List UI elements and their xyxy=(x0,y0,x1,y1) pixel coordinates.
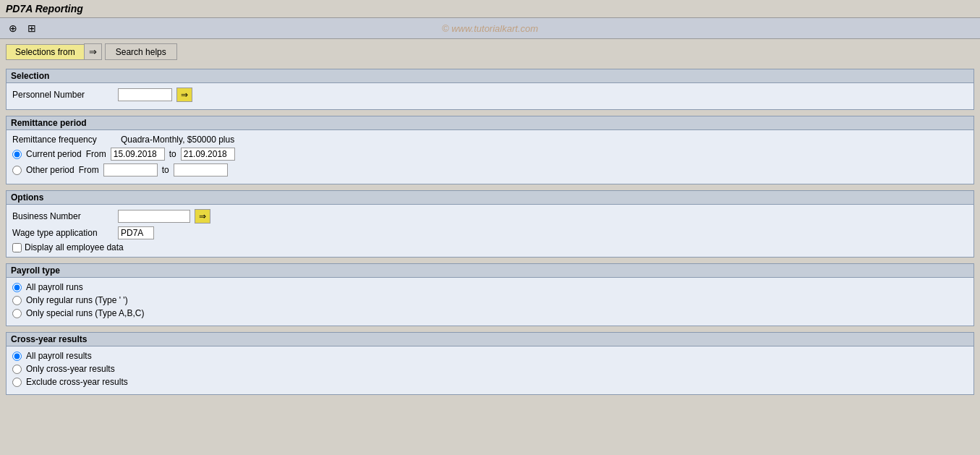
cross-year-exclude-row: Exclude cross-year results xyxy=(12,377,968,387)
business-number-input[interactable] xyxy=(118,210,190,223)
payroll-all-row: All payroll runs xyxy=(12,282,968,292)
display-all-checkbox[interactable] xyxy=(12,243,22,252)
toolbar: ⊕ ⊞ © www.tutorialkart.com xyxy=(0,18,980,39)
business-number-label: Business Number xyxy=(12,211,114,221)
options-header: Options xyxy=(7,191,973,205)
payroll-special-label: Only special runs (Type A,B,C) xyxy=(26,308,144,318)
other-period-row: Other period From to xyxy=(12,163,968,177)
current-period-row: Current period From to xyxy=(12,148,968,161)
other-period-radio[interactable] xyxy=(12,166,22,175)
payroll-all-label: All payroll runs xyxy=(26,282,83,292)
cross-year-only-row: Only cross-year results xyxy=(12,364,968,374)
cross-year-body: All payroll results Only cross-year resu… xyxy=(7,346,973,394)
app-title: PD7A Reporting xyxy=(6,3,83,14)
remittance-period-header: Remittance period xyxy=(7,116,973,130)
selection-header: Selection xyxy=(7,69,973,83)
forward-icon[interactable]: ⊞ xyxy=(25,21,39,35)
cross-year-only-radio[interactable] xyxy=(12,365,22,374)
current-period-from-label: From xyxy=(86,149,106,159)
current-period-label: Current period xyxy=(26,149,82,159)
selection-section: Selection Personnel Number ⇒ xyxy=(6,69,974,110)
payroll-regular-label: Only regular runs (Type ' ') xyxy=(26,295,128,305)
cross-year-all-radio[interactable] xyxy=(12,352,22,361)
cross-year-header: Cross-year results xyxy=(7,333,973,346)
current-period-to-input[interactable] xyxy=(181,148,235,161)
cross-year-exclude-label: Exclude cross-year results xyxy=(26,377,128,387)
payroll-type-section: Payroll type All payroll runs Only regul… xyxy=(6,263,974,326)
other-period-from-input[interactable] xyxy=(103,163,158,177)
payroll-special-row: Only special runs (Type A,B,C) xyxy=(12,308,968,318)
wage-type-input[interactable] xyxy=(118,226,154,239)
cross-year-only-label: Only cross-year results xyxy=(26,364,115,374)
business-number-row: Business Number ⇒ xyxy=(12,209,968,224)
remittance-frequency-value: Quadra-Monthly, $50000 plus xyxy=(121,135,234,145)
title-bar: PD7A Reporting xyxy=(0,0,980,18)
display-all-row: Display all employee data xyxy=(12,242,968,252)
cross-year-all-label: All payroll results xyxy=(26,351,92,361)
back-icon[interactable]: ⊕ xyxy=(6,21,20,35)
wage-type-label: Wage type application xyxy=(12,228,114,238)
payroll-regular-row: Only regular runs (Type ' ') xyxy=(12,295,968,305)
remittance-frequency-row: Remittance frequency Quadra-Monthly, $50… xyxy=(12,135,968,145)
payroll-regular-radio[interactable] xyxy=(12,296,22,305)
remittance-period-section: Remittance period Remittance frequency Q… xyxy=(6,116,974,184)
cross-year-exclude-radio[interactable] xyxy=(12,378,22,387)
main-content: Selection Personnel Number ⇒ Remittance … xyxy=(0,64,980,405)
arrow-icon: ⇒ xyxy=(89,46,97,57)
options-section: Options Business Number ⇒ Wage type appl… xyxy=(6,190,974,258)
search-helps-tab[interactable]: Search helps xyxy=(105,43,177,60)
selections-from-label[interactable]: Selections from xyxy=(6,44,84,60)
payroll-type-header: Payroll type xyxy=(7,264,973,278)
remittance-frequency-label: Remittance frequency xyxy=(12,135,114,145)
cross-year-section: Cross-year results All payroll results O… xyxy=(6,332,974,395)
payroll-special-radio[interactable] xyxy=(12,309,22,318)
business-search-arrow-icon: ⇒ xyxy=(199,211,206,221)
other-period-to-label: to xyxy=(162,165,169,175)
options-body: Business Number ⇒ Wage type application … xyxy=(7,205,973,257)
personnel-number-search-btn[interactable]: ⇒ xyxy=(176,88,192,102)
current-period-to-label: to xyxy=(169,149,176,159)
payroll-all-radio[interactable] xyxy=(12,283,22,292)
selection-body: Personnel Number ⇒ xyxy=(7,83,973,109)
payroll-type-body: All payroll runs Only regular runs (Type… xyxy=(7,278,973,326)
other-period-label: Other period xyxy=(26,165,74,175)
other-period-to-input[interactable] xyxy=(174,163,228,177)
current-period-radio[interactable] xyxy=(12,150,22,159)
wage-type-row: Wage type application xyxy=(12,226,968,239)
tab-arrow-btn[interactable]: ⇒ xyxy=(84,43,102,60)
personnel-number-label: Personnel Number xyxy=(12,90,114,100)
tab-bar: Selections from ⇒ Search helps xyxy=(0,39,980,64)
other-period-from-label: From xyxy=(79,165,99,175)
toolbar-icons: ⊕ ⊞ xyxy=(6,21,39,35)
business-number-search-btn[interactable]: ⇒ xyxy=(195,209,210,224)
current-period-from-input[interactable] xyxy=(111,148,165,161)
watermark: © www.tutorialkart.com xyxy=(442,23,538,34)
display-all-label: Display all employee data xyxy=(25,242,124,252)
search-arrow-icon: ⇒ xyxy=(181,90,188,100)
selections-from-tab[interactable]: Selections from ⇒ xyxy=(6,43,102,60)
remittance-period-body: Remittance frequency Quadra-Monthly, $50… xyxy=(7,130,973,184)
cross-year-all-row: All payroll results xyxy=(12,351,968,361)
personnel-number-row: Personnel Number ⇒ xyxy=(12,88,968,102)
personnel-number-input[interactable] xyxy=(118,88,172,101)
